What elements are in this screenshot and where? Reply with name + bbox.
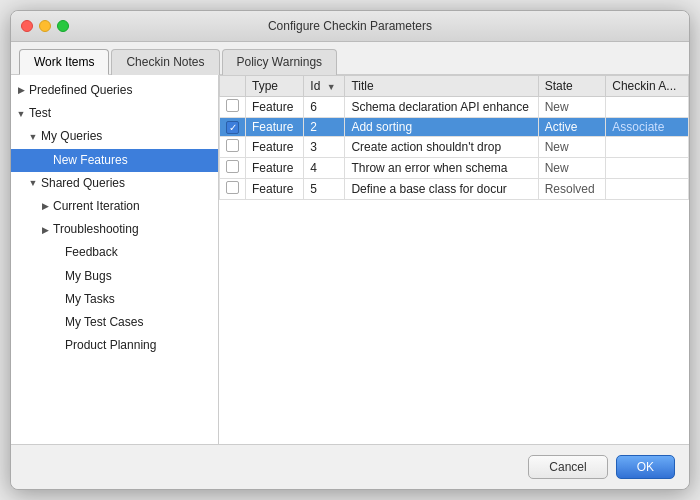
sidebar-label-my-test-cases: My Test Cases — [65, 313, 143, 332]
table-row[interactable]: Feature6Schema declaration API enhanceNe… — [220, 97, 689, 118]
row-type: Feature — [246, 137, 304, 158]
maximize-button[interactable] — [57, 20, 69, 32]
tabs-bar: Work Items Checkin Notes Policy Warnings — [11, 42, 689, 75]
tree-arrow-current-iteration — [39, 201, 51, 213]
col-type[interactable]: Type — [246, 76, 304, 97]
sidebar-item-current-iteration[interactable]: Current Iteration — [11, 195, 218, 218]
row-type: Feature — [246, 179, 304, 200]
sidebar-label-my-bugs: My Bugs — [65, 267, 112, 286]
sidebar-item-my-bugs[interactable]: My Bugs — [11, 265, 218, 288]
row-checkin[interactable]: Associate — [606, 118, 689, 137]
close-button[interactable] — [21, 20, 33, 32]
col-title[interactable]: Title — [345, 76, 538, 97]
sidebar-item-predefined-queries[interactable]: Predefined Queries — [11, 79, 218, 102]
checkbox-icon[interactable] — [226, 181, 239, 194]
sidebar-item-shared-queries[interactable]: Shared Queries — [11, 172, 218, 195]
row-id: 2 — [304, 118, 345, 137]
sidebar-label-product-planning: Product Planning — [65, 336, 156, 355]
sidebar-label-my-tasks: My Tasks — [65, 290, 115, 309]
main-window: Configure Checkin Parameters Work Items … — [10, 10, 690, 490]
table-container: Type Id ▼ Title State Checkin A... Featu… — [219, 75, 689, 444]
row-checkbox[interactable] — [220, 179, 246, 200]
row-state: Resolved — [538, 179, 606, 200]
row-type: Feature — [246, 118, 304, 137]
sidebar-item-new-features[interactable]: New Features — [11, 149, 218, 172]
row-id: 4 — [304, 158, 345, 179]
sidebar-label-my-queries: My Queries — [41, 127, 102, 146]
row-id: 5 — [304, 179, 345, 200]
sidebar-label-test: Test — [29, 104, 51, 123]
col-id[interactable]: Id ▼ — [304, 76, 345, 97]
table-row[interactable]: Feature5Define a base class for docurRes… — [220, 179, 689, 200]
col-check — [220, 76, 246, 97]
row-title: Create action shouldn't drop — [345, 137, 538, 158]
table-row[interactable]: ✓Feature2Add sortingActiveAssociate — [220, 118, 689, 137]
window-title: Configure Checkin Parameters — [268, 19, 432, 33]
tree-arrow-predefined-queries — [15, 85, 27, 97]
sidebar-label-feedback: Feedback — [65, 243, 118, 262]
row-title: Define a base class for docur — [345, 179, 538, 200]
row-state: Active — [538, 118, 606, 137]
sidebar-item-product-planning[interactable]: Product Planning — [11, 334, 218, 357]
row-checkin — [606, 137, 689, 158]
title-bar: Configure Checkin Parameters — [11, 11, 689, 42]
sidebar-label-troubleshooting: Troubleshooting — [53, 220, 139, 239]
row-checkin — [606, 158, 689, 179]
sidebar-item-my-tasks[interactable]: My Tasks — [11, 288, 218, 311]
sidebar-item-test[interactable]: Test — [11, 102, 218, 125]
checkbox-icon[interactable] — [226, 139, 239, 152]
row-title: Schema declaration API enhance — [345, 97, 538, 118]
row-state: New — [538, 158, 606, 179]
row-type: Feature — [246, 158, 304, 179]
row-checkbox[interactable]: ✓ — [220, 118, 246, 137]
sidebar-item-troubleshooting[interactable]: Troubleshooting — [11, 218, 218, 241]
sidebar-item-my-queries[interactable]: My Queries — [11, 125, 218, 148]
table-row[interactable]: Feature4Throw an error when schemaNew — [220, 158, 689, 179]
checkbox-icon[interactable] — [226, 99, 239, 112]
footer: Cancel OK — [11, 444, 689, 489]
tree-arrow-shared-queries — [27, 177, 39, 189]
checkbox-icon[interactable]: ✓ — [226, 121, 239, 134]
sidebar: Predefined QueriesTestMy QueriesNew Feat… — [11, 75, 219, 444]
tree-arrow-my-queries — [27, 131, 39, 143]
main-panel: Type Id ▼ Title State Checkin A... Featu… — [219, 75, 689, 444]
row-checkbox[interactable] — [220, 158, 246, 179]
row-id: 6 — [304, 97, 345, 118]
sidebar-item-my-test-cases[interactable]: My Test Cases — [11, 311, 218, 334]
tab-policy-warnings[interactable]: Policy Warnings — [222, 49, 338, 75]
table-row[interactable]: Feature3Create action shouldn't dropNew — [220, 137, 689, 158]
row-id: 3 — [304, 137, 345, 158]
id-sort-arrow: ▼ — [327, 82, 336, 92]
sidebar-item-feedback[interactable]: Feedback — [11, 241, 218, 264]
row-title: Add sorting — [345, 118, 538, 137]
tab-work-items[interactable]: Work Items — [19, 49, 109, 75]
traffic-lights — [21, 20, 69, 32]
row-checkbox[interactable] — [220, 97, 246, 118]
row-checkbox[interactable] — [220, 137, 246, 158]
sidebar-label-shared-queries: Shared Queries — [41, 174, 125, 193]
row-state: New — [538, 137, 606, 158]
work-items-table: Type Id ▼ Title State Checkin A... Featu… — [219, 75, 689, 200]
ok-button[interactable]: OK — [616, 455, 675, 479]
tree-arrow-test — [15, 108, 27, 120]
col-checkin[interactable]: Checkin A... — [606, 76, 689, 97]
cancel-button[interactable]: Cancel — [528, 455, 607, 479]
col-state[interactable]: State — [538, 76, 606, 97]
sidebar-label-predefined-queries: Predefined Queries — [29, 81, 132, 100]
tab-checkin-notes[interactable]: Checkin Notes — [111, 49, 219, 75]
sidebar-label-new-features: New Features — [53, 151, 128, 170]
row-state: New — [538, 97, 606, 118]
content-area: Predefined QueriesTestMy QueriesNew Feat… — [11, 75, 689, 444]
minimize-button[interactable] — [39, 20, 51, 32]
row-type: Feature — [246, 97, 304, 118]
checkbox-icon[interactable] — [226, 160, 239, 173]
tree-arrow-troubleshooting — [39, 224, 51, 236]
sidebar-label-current-iteration: Current Iteration — [53, 197, 140, 216]
row-checkin — [606, 97, 689, 118]
row-checkin — [606, 179, 689, 200]
row-title: Throw an error when schema — [345, 158, 538, 179]
